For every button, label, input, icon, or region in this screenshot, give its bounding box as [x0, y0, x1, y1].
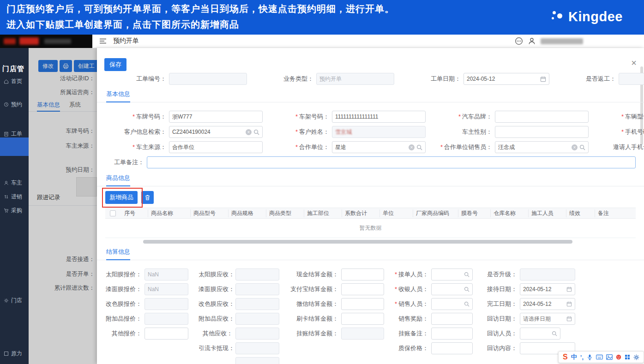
cashier-input[interactable]: [434, 286, 462, 292]
sidebar-item-store-settings[interactable]: 门店: [4, 297, 22, 304]
finish-date-box[interactable]: [520, 298, 575, 310]
field-label: 支付宝结算金额：: [289, 285, 341, 293]
owner-source-input-box[interactable]: [169, 141, 263, 153]
save-button[interactable]: 保存: [104, 58, 126, 71]
tab-settle-info[interactable]: 结算信息: [106, 247, 130, 260]
input-mode-icon[interactable]: 中: [571, 353, 577, 361]
clear-icon[interactable]: ×: [572, 144, 578, 150]
clear-icon[interactable]: ×: [409, 144, 415, 150]
settle-input-box[interactable]: [341, 313, 384, 325]
kingdee-wordmark: Kingdee: [568, 9, 623, 24]
search-icon[interactable]: [464, 272, 469, 277]
calendar-icon[interactable]: [566, 316, 572, 322]
brand-input-box[interactable]: [495, 111, 589, 123]
owner-source-input[interactable]: [172, 144, 259, 150]
vin-input[interactable]: [335, 113, 422, 120]
sidebar-item-misc[interactable]: 原力: [4, 350, 22, 358]
keyboard-icon[interactable]: [596, 354, 603, 360]
select-all-checkbox[interactable]: [110, 210, 116, 216]
calendar-icon[interactable]: [566, 286, 572, 292]
settle-input-box[interactable]: [341, 298, 384, 310]
customer-search-input[interactable]: [172, 129, 244, 135]
tab-goods-info[interactable]: 商品信息: [106, 173, 130, 186]
reception-date-box[interactable]: [520, 283, 575, 295]
settle-input-box[interactable]: [341, 269, 384, 280]
cashier-picker-box[interactable]: [431, 283, 473, 295]
settle-input-box[interactable]: [144, 328, 188, 340]
receiver-picker-box[interactable]: [431, 269, 473, 280]
settle-input[interactable]: [434, 316, 469, 322]
calendar-icon[interactable]: [566, 301, 572, 307]
calendar-icon[interactable]: [540, 76, 546, 82]
order-remark-input[interactable]: [150, 159, 632, 166]
revisit-person-input[interactable]: [523, 330, 550, 337]
partner-input-box[interactable]: ×: [332, 141, 426, 153]
vin-input-box[interactable]: [332, 111, 426, 123]
finish-date-input[interactable]: [523, 301, 565, 307]
sidebar-item-inventory[interactable]: 进销: [4, 193, 22, 201]
gender-input-box[interactable]: [495, 126, 589, 138]
punctuation-icon[interactable]: ’,: [580, 354, 584, 361]
plate-input-box[interactable]: [169, 111, 263, 123]
sidebar-item-purchase[interactable]: 采购: [4, 207, 22, 215]
reception-date-input[interactable]: [523, 286, 565, 292]
search-icon[interactable]: [579, 144, 585, 150]
sidebar-item-owner[interactable]: 车主: [4, 179, 22, 187]
settle-input-box[interactable]: [431, 328, 473, 340]
customer-search-input-box[interactable]: ×: [169, 126, 263, 138]
add-goods-button[interactable]: 新增商品: [105, 191, 138, 204]
brand-input[interactable]: [498, 113, 585, 120]
sidebar-item-home[interactable]: 首页: [4, 78, 22, 85]
user-avatar-icon[interactable]: [528, 37, 536, 45]
search-icon[interactable]: [416, 144, 422, 150]
column-header: 施工部位: [304, 209, 342, 217]
partner-sales-input[interactable]: [498, 144, 570, 150]
search-icon[interactable]: [464, 286, 469, 292]
plate-input[interactable]: [172, 113, 259, 120]
revisit-person-picker-box[interactable]: [520, 328, 560, 340]
settle-input[interactable]: [523, 345, 572, 352]
settle-input[interactable]: [344, 271, 381, 278]
settle-input[interactable]: [344, 286, 381, 292]
field-label: 手机号码：: [594, 128, 644, 136]
salesperson-picker-box[interactable]: [431, 298, 473, 310]
gender-input[interactable]: [498, 129, 585, 135]
tab-basic-info[interactable]: 基本信息: [106, 90, 130, 102]
emoji-icon[interactable]: [616, 354, 621, 360]
field-label: 回访人员：: [483, 329, 520, 338]
settle-input[interactable]: [148, 330, 185, 337]
close-icon[interactable]: ×: [631, 58, 637, 67]
search-icon[interactable]: [552, 331, 557, 336]
search-icon[interactable]: [253, 129, 259, 135]
toolbox-icon[interactable]: [625, 354, 630, 360]
settle-input[interactable]: [344, 316, 381, 322]
settle-input[interactable]: [344, 301, 381, 307]
clear-icon[interactable]: ×: [246, 129, 252, 135]
field-label: 销售奖励：: [394, 315, 431, 323]
sogou-logo-icon[interactable]: S: [563, 353, 568, 361]
delete-goods-button[interactable]: [141, 191, 154, 204]
horizontal-scrollbar[interactable]: [143, 240, 572, 244]
receiver-input[interactable]: [434, 271, 462, 278]
salesperson-input[interactable]: [434, 301, 462, 307]
partner-input[interactable]: [335, 144, 407, 150]
partner-sales-input-box[interactable]: ×: [495, 141, 589, 153]
search-icon[interactable]: [464, 301, 469, 307]
settings-icon[interactable]: [633, 354, 639, 360]
settle-input-box[interactable]: [431, 313, 473, 325]
settle-input: [344, 330, 381, 337]
revisit-date-box[interactable]: [520, 313, 575, 325]
microphone-icon[interactable]: [587, 354, 593, 360]
order-date-input-box[interactable]: [463, 73, 549, 85]
collapse-menu-icon[interactable]: [99, 38, 107, 44]
settle-input[interactable]: [434, 345, 469, 352]
message-icon[interactable]: [515, 37, 523, 45]
settle-input[interactable]: [434, 330, 469, 337]
sidebar-item-appointment[interactable]: 预约: [4, 101, 22, 108]
settle-input-box[interactable]: [431, 342, 473, 354]
settle-input-box[interactable]: [341, 283, 384, 295]
order-remark-input-box[interactable]: [147, 156, 636, 168]
screenshot-icon[interactable]: [606, 354, 613, 360]
order-date-input[interactable]: [467, 76, 538, 82]
sidebar-item-workorder[interactable]: 工单: [4, 130, 22, 138]
